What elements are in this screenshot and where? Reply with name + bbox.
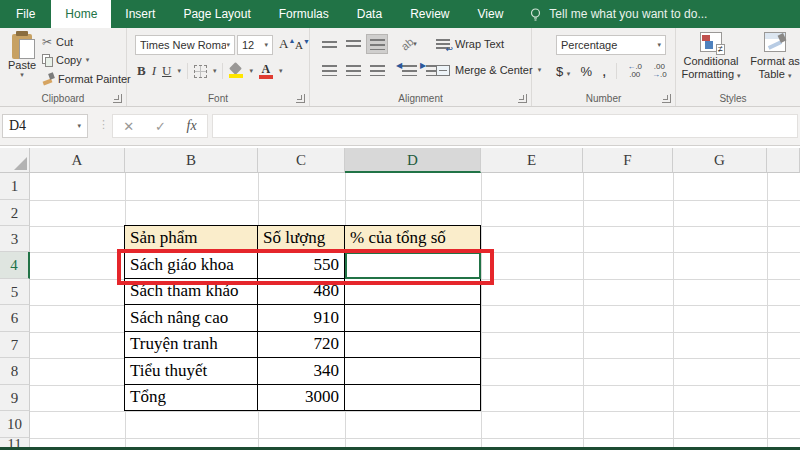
grow-font-button[interactable]: A▲ [279, 36, 295, 52]
table-cell-quantity[interactable]: 910 [258, 305, 345, 332]
table-cell-product[interactable]: Sách tham khảo [125, 279, 258, 305]
align-right-button[interactable] [366, 60, 388, 80]
conditional-formatting-button[interactable]: Conditional Formatting ▾ [680, 32, 742, 82]
name-box-dropdown-caret[interactable]: ▾ [77, 122, 81, 130]
table-cell-quantity[interactable]: 720 [258, 332, 345, 358]
table-header-cell[interactable]: % của tổng số [345, 226, 481, 252]
font-name-combo[interactable]: Times New Roma▾ [135, 35, 235, 55]
merge-center-button[interactable]: Merge & Center ▾ [436, 64, 541, 76]
format-painter-button[interactable]: Format Painter [42, 73, 131, 85]
align-top-button[interactable] [318, 34, 340, 54]
table-cell-product[interactable]: Sách giáo khoa [125, 252, 258, 279]
clipboard-dialog-launcher[interactable] [113, 94, 122, 103]
align-center-button[interactable] [342, 60, 364, 80]
table-cell-percent[interactable] [345, 279, 481, 305]
tab-view[interactable]: View [464, 0, 518, 28]
format-as-table-button[interactable]: Format as Table ▾ [744, 32, 800, 82]
tab-home[interactable]: Home [51, 0, 111, 28]
tab-formulas[interactable]: Formulas [265, 0, 343, 28]
comma-style-button[interactable]: , [602, 62, 606, 80]
align-bottom-button[interactable] [366, 34, 388, 54]
borders-dropdown-caret[interactable]: ▾ [213, 67, 217, 75]
accounting-format-button[interactable]: $ ▾ [556, 64, 570, 79]
row-header-3[interactable]: 3 [0, 226, 30, 252]
fill-color-dropdown-caret[interactable]: ▾ [249, 67, 253, 75]
row-header-7[interactable]: 7 [0, 332, 30, 358]
table-cell-percent[interactable] [345, 332, 481, 358]
italic-button[interactable]: I [152, 63, 156, 79]
table-cell-quantity[interactable]: 3000 [258, 385, 345, 411]
paste-dropdown-caret[interactable]: ▾ [5, 71, 39, 79]
fill-color-button[interactable] [229, 64, 243, 78]
insert-function-button[interactable]: fx [187, 118, 197, 134]
table-header-cell[interactable]: Số lượng [258, 226, 345, 252]
table-cell-percent[interactable] [345, 385, 481, 411]
column-header-partial[interactable] [767, 148, 800, 173]
wrap-text-button[interactable]: Wrap Text [436, 38, 504, 50]
paste-label: Paste [5, 59, 39, 71]
row-header-5[interactable]: 5 [0, 279, 30, 305]
font-color-button[interactable]: A [259, 64, 273, 78]
underline-button[interactable]: U [162, 63, 171, 79]
align-left-button[interactable] [318, 60, 340, 80]
borders-button[interactable] [194, 65, 207, 78]
orientation-button[interactable]: ab▾ [398, 34, 420, 54]
table-header-cell[interactable]: Sản phẩm [125, 226, 258, 252]
row-header-2[interactable]: 2 [0, 200, 30, 226]
row-header-4[interactable]: 4 [0, 252, 30, 279]
column-header-F[interactable]: F [583, 148, 673, 173]
increase-decimal-button[interactable]: ←.0.00 [627, 63, 642, 79]
column-header-D[interactable]: D [345, 148, 481, 173]
cancel-button[interactable]: ✕ [123, 119, 134, 134]
tab-file[interactable]: File [0, 0, 51, 28]
number-format-combo[interactable]: Percentage▾ [556, 35, 666, 55]
alignment-dialog-launcher[interactable] [518, 94, 527, 103]
column-header-B[interactable]: B [125, 148, 258, 173]
column-header-E[interactable]: E [481, 148, 583, 173]
row-header-1[interactable]: 1 [0, 173, 30, 200]
table-cell-quantity[interactable]: 480 [258, 279, 345, 305]
column-header-G[interactable]: G [673, 148, 767, 173]
name-box[interactable]: D4 ▾ [2, 114, 88, 138]
underline-dropdown-caret[interactable]: ▾ [177, 67, 181, 75]
formula-input[interactable] [212, 114, 798, 138]
bold-button[interactable]: B [137, 63, 146, 79]
table-cell-product[interactable]: Tổng [125, 385, 258, 411]
paste-button[interactable]: Paste ▾ [5, 34, 39, 96]
cut-button[interactable]: ✂ Cut [42, 35, 73, 49]
copy-dropdown-caret[interactable]: ▾ [86, 56, 90, 64]
font-size-combo[interactable]: 12▾ [237, 35, 273, 55]
column-header-C[interactable]: C [258, 148, 345, 173]
tab-page-layout[interactable]: Page Layout [169, 0, 264, 28]
tab-data[interactable]: Data [343, 0, 396, 28]
row-header-10[interactable]: 10 [0, 411, 30, 438]
row-header-8[interactable]: 8 [0, 358, 30, 385]
font-dialog-launcher[interactable] [296, 94, 305, 103]
font-color-dropdown-caret[interactable]: ▾ [279, 67, 283, 75]
copy-button[interactable]: Copy ▾ [42, 54, 89, 66]
table-cell-percent[interactable] [345, 358, 481, 385]
clipboard-group-label: Clipboard [0, 93, 126, 104]
enter-button[interactable]: ✓ [155, 119, 166, 134]
tab-insert[interactable]: Insert [111, 0, 169, 28]
table-cell-quantity[interactable]: 550 [258, 252, 345, 279]
select-all-corner[interactable] [0, 148, 30, 173]
decrease-indent-button[interactable]: ◀ [398, 60, 420, 80]
row-header-9[interactable]: 9 [0, 385, 30, 411]
column-header-A[interactable]: A [30, 148, 125, 173]
table-cell-quantity[interactable]: 340 [258, 358, 345, 385]
gridline-horizontal [30, 411, 800, 412]
percent-style-button[interactable]: % [580, 64, 592, 79]
decrease-decimal-button[interactable]: .00→.0 [652, 63, 667, 79]
conditional-formatting-icon [700, 32, 722, 52]
font-group-label: Font [127, 93, 309, 104]
table-cell-product[interactable]: Truyện tranh [125, 332, 258, 358]
tab-review[interactable]: Review [396, 0, 463, 28]
table-cell-product[interactable]: Tiểu thuyết [125, 358, 258, 385]
table-cell-percent[interactable] [345, 305, 481, 332]
table-cell-product[interactable]: Sách nâng cao [125, 305, 258, 332]
shrink-font-button[interactable]: A▼ [295, 38, 310, 51]
tell-me-box[interactable]: Tell me what you want to do... [517, 0, 719, 28]
align-middle-button[interactable] [342, 34, 364, 54]
row-header-6[interactable]: 6 [0, 305, 30, 332]
